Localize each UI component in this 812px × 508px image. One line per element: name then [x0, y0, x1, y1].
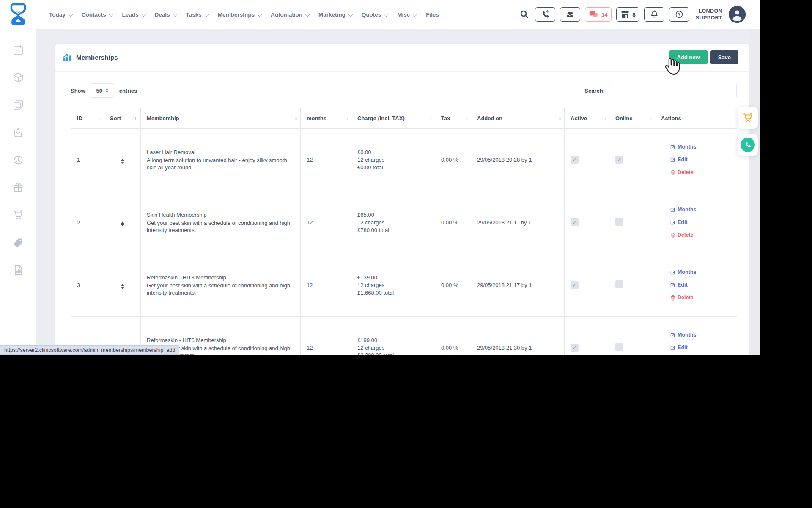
- edit-link[interactable]: Edit: [670, 156, 688, 163]
- delete-link[interactable]: Delete: [670, 294, 694, 301]
- cell-membership: Reformaskin - HIT3 Membership Get your b…: [141, 254, 301, 316]
- active-checkbox[interactable]: [571, 281, 579, 289]
- col-header-tax[interactable]: Tax↑↓: [435, 108, 471, 128]
- nav-item-quotes[interactable]: Quotes: [362, 11, 388, 18]
- drag-sort-handle[interactable]: [121, 221, 124, 226]
- cell-tax: 0.00 %: [435, 128, 471, 191]
- membership-name: Laser Hair Removal: [147, 149, 295, 156]
- save-button[interactable]: Save: [710, 50, 738, 64]
- store-count-badge: 8: [633, 11, 636, 18]
- page-scrollbar[interactable]: [749, 29, 760, 355]
- nav-item-deals[interactable]: Deals: [155, 11, 176, 18]
- col-header-membership[interactable]: Membership↑↓: [141, 108, 301, 128]
- nav-item-today[interactable]: Today: [49, 11, 72, 18]
- edit-icon: [670, 157, 675, 162]
- floating-cart-button[interactable]: [738, 107, 758, 129]
- months-link[interactable]: Months: [670, 269, 696, 276]
- inbox-button[interactable]: [560, 7, 580, 22]
- chevron-down-icon: [412, 11, 418, 17]
- edit-icon: [670, 144, 675, 149]
- online-checkbox[interactable]: [615, 156, 623, 164]
- active-checkbox[interactable]: [571, 218, 579, 226]
- nav-label: Leads: [122, 11, 139, 18]
- user-label: LONDON SUPPORT: [696, 8, 722, 21]
- package-icon[interactable]: [13, 72, 24, 83]
- cell-tax: 0.00 %: [435, 191, 471, 254]
- search-button[interactable]: [518, 7, 530, 22]
- cell-active: [565, 128, 609, 191]
- clinicsoftware-logo[interactable]: [0, 3, 36, 26]
- sort-arrows-icon: ↑↓: [134, 116, 137, 121]
- col-header-charge[interactable]: Charge (Incl. TAX)↑↓: [351, 108, 435, 128]
- months-link[interactable]: Months: [670, 331, 696, 339]
- nav-label: Marketing: [318, 11, 346, 18]
- months-link[interactable]: Months: [670, 144, 696, 151]
- col-header-id[interactable]: ID↑↓: [71, 108, 104, 128]
- delete-link[interactable]: Delete: [670, 232, 694, 239]
- delete-link[interactable]: Delete: [670, 169, 694, 176]
- svg-text:?: ?: [678, 12, 680, 17]
- sort-arrows-icon: ↑↓: [558, 116, 561, 121]
- months-link[interactable]: Months: [670, 206, 696, 213]
- col-header-sort[interactable]: Sort↑↓: [104, 108, 141, 128]
- col-header-months[interactable]: months↑↓: [301, 108, 351, 128]
- add-new-button[interactable]: Add new: [669, 50, 707, 64]
- active-checkbox[interactable]: [571, 344, 579, 352]
- nav-item-memberships[interactable]: Memberships: [218, 11, 261, 18]
- nav-item-contacts[interactable]: Contacts: [82, 11, 112, 18]
- nav-item-marketing[interactable]: Marketing: [318, 11, 352, 18]
- edit-link[interactable]: Edit: [670, 219, 688, 226]
- calendar-icon[interactable]: 12: [13, 44, 24, 55]
- floating-call-button[interactable]: [738, 134, 758, 156]
- cell-online: [609, 316, 655, 355]
- col-header-added-on[interactable]: Added on↑↓: [471, 108, 565, 128]
- nav-item-tasks[interactable]: Tasks: [186, 11, 208, 18]
- membership-description: A long term solution to unwanted hair - …: [147, 157, 295, 171]
- online-checkbox[interactable]: [615, 343, 623, 351]
- drag-sort-handle[interactable]: [121, 159, 124, 164]
- gift-icon[interactable]: [13, 182, 24, 193]
- search-input[interactable]: [609, 84, 737, 97]
- edit-link[interactable]: Edit: [670, 344, 688, 351]
- copy-icon[interactable]: [13, 99, 24, 110]
- notifications-button[interactable]: [644, 7, 664, 22]
- cart-icon[interactable]: [13, 210, 24, 221]
- report-icon[interactable]: [13, 265, 24, 276]
- membership-description: Get your best skin with a schedule of co…: [147, 219, 295, 234]
- chat-button[interactable]: 14: [585, 7, 611, 22]
- tag-icon[interactable]: [13, 237, 24, 248]
- drag-sort-handle[interactable]: [121, 284, 124, 289]
- page-size-select[interactable]: 50: [91, 83, 114, 98]
- user-avatar[interactable]: [729, 6, 746, 23]
- nav-item-automation[interactable]: Automation: [271, 11, 309, 18]
- table-header-row: ID↑↓ Sort↑↓ Membership↑↓ months↑↓ Charge…: [71, 108, 737, 128]
- online-checkbox[interactable]: [615, 218, 623, 226]
- active-checkbox[interactable]: [571, 156, 579, 164]
- nav-item-misc[interactable]: Misc: [397, 11, 416, 18]
- col-header-active[interactable]: Active↑↓: [565, 108, 609, 128]
- svg-text:12: 12: [16, 49, 20, 53]
- edit-link[interactable]: Edit: [670, 282, 688, 289]
- cell-charge: £0.00 12 charges £0.00 total: [351, 128, 435, 191]
- nav-label: Automation: [271, 11, 302, 18]
- bag-icon[interactable]: [13, 127, 24, 138]
- search-label: Search:: [584, 88, 605, 94]
- membership-name: Reformaskin - HIT3 Membership: [147, 274, 295, 281]
- cell-months: 12: [301, 128, 351, 191]
- store-button[interactable]: 8: [616, 7, 639, 22]
- online-checkbox[interactable]: [615, 280, 623, 288]
- col-header-online[interactable]: Online↑↓: [609, 108, 655, 128]
- table-row: 3 Reformaskin - HIT3 Membership Get your…: [71, 254, 737, 316]
- history-icon[interactable]: [13, 155, 24, 166]
- phone-button[interactable]: [535, 7, 555, 22]
- phone-icon: [540, 10, 550, 19]
- nav-item-leads[interactable]: Leads: [122, 11, 145, 18]
- nav-item-files[interactable]: Files: [426, 11, 439, 18]
- cell-id: 3: [71, 254, 104, 316]
- sidebar: 12: [0, 29, 36, 355]
- show-label: Show: [71, 88, 85, 94]
- charge-total: £0.00 total: [357, 164, 430, 171]
- charge-count: 12 charges: [357, 156, 430, 163]
- chevron-down-icon: [68, 11, 73, 17]
- help-button[interactable]: ?: [669, 7, 689, 22]
